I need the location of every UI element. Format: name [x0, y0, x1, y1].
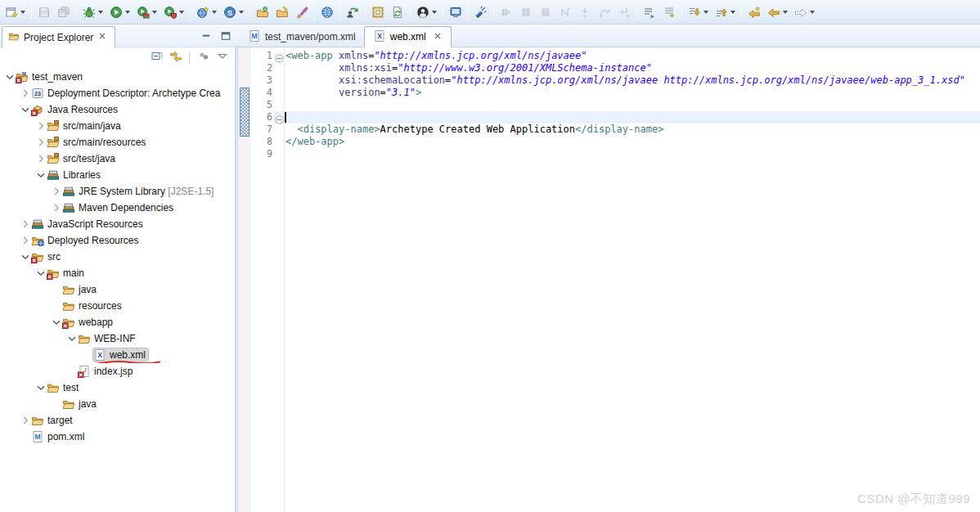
run-last-launched-button[interactable]: [133, 2, 160, 22]
tree-item-pom-xml[interactable]: Mpom.xml: [0, 429, 235, 445]
tree-item-jre-system-library[interactable]: JRE System Library [J2SE-1.5]: [0, 183, 235, 200]
tree-item-src-main-java[interactable]: src/main/java: [0, 118, 235, 134]
chevron-right-icon[interactable]: [19, 87, 31, 100]
chevron-down-icon[interactable]: [20, 11, 25, 14]
run-button[interactable]: [106, 2, 133, 22]
ant-build-button[interactable]: [368, 2, 388, 22]
debug-button[interactable]: [79, 2, 106, 22]
chevron-down-icon[interactable]: [125, 11, 130, 14]
editor-tab-test-maven-pom-xml[interactable]: Mtest_maven/pom.xml: [240, 26, 364, 47]
chevron-down-icon[interactable]: [731, 11, 735, 14]
open-console-button[interactable]: [446, 2, 465, 22]
chevron-down-icon[interactable]: [98, 11, 103, 14]
fold-collapse-icon[interactable]: [275, 52, 284, 66]
tree-item-java-resources[interactable]: Java Resources: [0, 101, 235, 118]
chevron-down-icon[interactable]: [19, 250, 31, 263]
last-edit-location-button[interactable]: [744, 2, 764, 22]
tree-item-javascript-resources[interactable]: JavaScript Resources: [0, 216, 235, 232]
forward-button[interactable]: [791, 2, 818, 22]
previous-annotation-button[interactable]: [712, 2, 739, 22]
chevron-right-icon[interactable]: [50, 185, 62, 198]
external-tools-button[interactable]: [160, 2, 187, 22]
editor-tab-web-xml[interactable]: Xweb.xml: [364, 26, 452, 47]
tree-item-web-xml[interactable]: Xweb.xml: [0, 347, 235, 363]
xml-editor[interactable]: 123456789 <web-app xmlns="http://xmlns.j…: [238, 47, 980, 512]
synchronize-button[interactable]: [343, 2, 362, 22]
range-indicator: [240, 88, 249, 137]
tree-item-test-maven[interactable]: Mtest_maven: [0, 69, 235, 85]
chevron-down-icon[interactable]: [19, 103, 31, 116]
tree-item-src-test-java[interactable]: src/test/java: [0, 150, 235, 167]
chevron-right-icon[interactable]: [50, 201, 62, 214]
editor-area: Mtest_maven/pom.xmlXweb.xml 123456789 <w…: [238, 26, 980, 512]
folding-column[interactable]: [274, 47, 285, 512]
tree-item-label: test_maven: [29, 70, 85, 83]
chevron-down-icon[interactable]: [179, 11, 184, 14]
style-brush-button[interactable]: [292, 2, 312, 22]
chevron-down-icon[interactable]: [50, 316, 62, 329]
code-content: <web-app xmlns="http://xmlns.jcp.org/xml…: [285, 50, 980, 160]
tree-item-webapp[interactable]: webapp: [0, 314, 235, 330]
chevron-down-icon[interactable]: [432, 11, 437, 14]
chevron-right-icon[interactable]: [19, 234, 31, 247]
chevron-down-icon[interactable]: [152, 11, 157, 14]
minimize-view-icon[interactable]: [200, 30, 214, 43]
customize-view-button[interactable]: [196, 50, 211, 65]
chevron-right-icon[interactable]: [19, 218, 31, 231]
new-wizard-button[interactable]: [2, 2, 29, 22]
toolbar-separator: [741, 4, 742, 20]
chevron-right-icon[interactable]: [34, 152, 47, 165]
tree-item-src-main-resources[interactable]: src/main/resources: [0, 134, 235, 150]
line-number: 7: [251, 124, 272, 136]
chevron-down-icon[interactable]: [34, 381, 47, 394]
tree-item-java[interactable]: java: [0, 281, 235, 298]
close-tab-icon[interactable]: [433, 31, 443, 43]
tree-item-index-jsp[interactable]: Jindex.jsp: [0, 363, 235, 380]
chevron-right-icon[interactable]: [34, 136, 47, 149]
chevron-right-icon[interactable]: [19, 414, 31, 427]
chevron-down-icon[interactable]: [65, 332, 78, 345]
fold-collapse-icon[interactable]: [275, 113, 284, 128]
chevron-down-icon[interactable]: [704, 11, 708, 14]
toolbar-separator: [636, 4, 637, 20]
user-account-button[interactable]: [413, 2, 440, 22]
back-button[interactable]: [764, 2, 791, 22]
tree-item-java[interactable]: java: [0, 396, 235, 412]
chevron-down-icon[interactable]: [3, 70, 16, 83]
new-server-button[interactable]: [193, 2, 220, 22]
tree-item-test[interactable]: test: [0, 380, 235, 396]
chevron-down-icon[interactable]: [239, 11, 244, 14]
chevron-down-icon[interactable]: [212, 11, 217, 14]
tree-item-resources[interactable]: resources: [0, 298, 235, 314]
maximize-view-icon[interactable]: [220, 30, 233, 43]
link-with-editor-button[interactable]: [168, 50, 183, 65]
tree-item-maven-dependencies[interactable]: Maven Dependencies: [0, 200, 235, 216]
show-source-of-selected-button[interactable]: [640, 2, 659, 22]
run-last-launched-icon: [137, 6, 150, 19]
refresh-file-button[interactable]: [388, 2, 407, 22]
show-selected-element-button[interactable]: [659, 2, 679, 22]
toggle-mark-occurrences-button[interactable]: [471, 2, 491, 22]
tree-item-libraries[interactable]: Libraries: [0, 167, 235, 183]
chevron-down-icon[interactable]: [783, 11, 788, 14]
open-web-browser-button[interactable]: [317, 2, 337, 22]
import-button[interactable]: [253, 2, 272, 22]
close-view-icon[interactable]: [97, 31, 107, 43]
next-annotation-button[interactable]: [685, 2, 712, 22]
svg-text:M: M: [34, 433, 40, 441]
project-explorer-tab[interactable]: Project Explorer: [2, 26, 115, 47]
tree-item-target[interactable]: target: [0, 412, 235, 429]
tree-item-deployment-descriptor-archetype-crea[interactable]: 23Deployment Descriptor: Archetype Crea: [0, 85, 235, 101]
chevron-right-icon[interactable]: [34, 119, 47, 132]
chevron-down-icon[interactable]: [34, 267, 47, 280]
chevron-down-icon[interactable]: [34, 168, 47, 182]
tree-item-deployed-resources[interactable]: Deployed Resources: [0, 232, 235, 249]
tree-item-main[interactable]: main: [0, 265, 235, 281]
chevron-down-icon[interactable]: [810, 11, 815, 14]
export-button[interactable]: [272, 2, 292, 22]
tree-item-src[interactable]: src: [0, 249, 235, 265]
view-menu-button[interactable]: [214, 50, 230, 65]
skin-manager-button[interactable]: S: [220, 2, 247, 22]
collapse-all-button[interactable]: [149, 50, 164, 65]
tree-item-web-inf[interactable]: WEB-INF: [0, 330, 235, 347]
